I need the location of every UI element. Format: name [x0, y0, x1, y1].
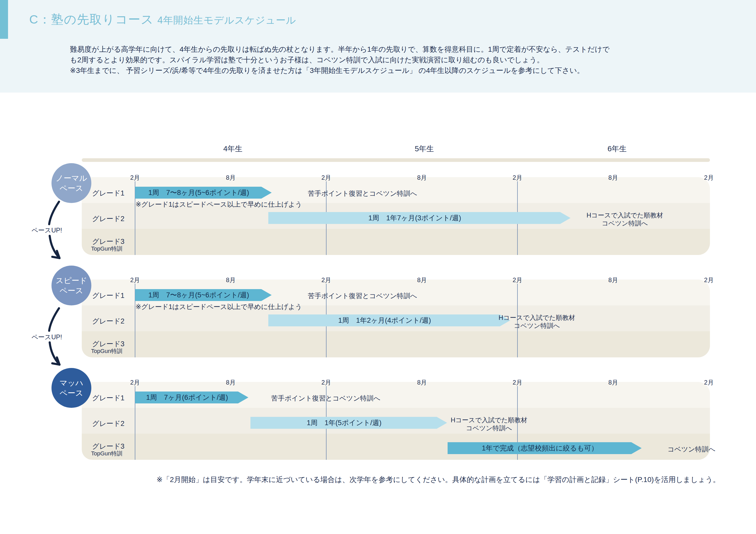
grade2-after-text: Hコースで入試でた順教材 コベツン特訓へ: [490, 314, 583, 330]
pace-badge-line2: ペース: [60, 286, 83, 295]
gantt-bar-grade2: 1周 1年2ヶ月(4ポイント/週): [268, 315, 510, 326]
pace-badge-line2: ペース: [60, 183, 83, 193]
month-label: 2月: [701, 378, 717, 387]
gantt-bar-label: 1周 7〜8ヶ月(5~6ポイント/週): [148, 291, 258, 300]
footer-note: ※「2月開始」は目安です。学年末に近づいている場合は、次学年を参考にしてください…: [156, 475, 720, 485]
grade1-note: ※グレード1はスピードペース以上で早めに仕上げよう: [136, 200, 302, 209]
gantt-bar-label: 1周 1年2ヶ月(4ポイント/週): [338, 316, 440, 325]
pace-up-label: ペースUP!: [32, 226, 62, 235]
month-label: 2月: [127, 276, 143, 284]
grade1-after-text: 苦手ポイント復習とコベツン特訓へ: [308, 292, 417, 300]
grade1-after-text: 苦手ポイント復習とコベツン特訓へ: [271, 394, 380, 403]
grade2-after-line2: コベツン特訓へ: [490, 322, 583, 330]
month-label: 8月: [223, 276, 238, 284]
pace-badge-line1: ノーマル: [56, 173, 87, 183]
gantt-bar-grade1: 1周 7ヶ月(6ポイント/週): [135, 392, 248, 403]
page-title: C：塾の先取りコース4年開始生モデルスケジュール: [29, 12, 296, 28]
month-label: 8月: [606, 173, 621, 182]
month-label: 8月: [223, 173, 238, 182]
description-line: ※3年生までに、 予習シリーズ/浜/希等で4年生の先取りを済ませた方は「3年開始…: [70, 65, 609, 76]
page: C：塾の先取りコース4年開始生モデルスケジュール 難易度が上がる高学年に向けて、…: [0, 0, 756, 534]
row-label-grade2: グレード2: [92, 214, 124, 223]
year-label-grade4: 4年生: [212, 144, 254, 154]
year-label-grade5: 5年生: [404, 144, 445, 154]
gantt-bar-label: 1周 7ヶ月(6ポイント/週): [146, 393, 237, 402]
row-label-grade2: グレード2: [92, 419, 124, 428]
gantt-bar-grade1: 1周 7〜8ヶ月(5~6ポイント/週): [135, 289, 272, 301]
pace-badge-line1: スピード: [56, 275, 87, 286]
month-label: 8月: [414, 276, 430, 284]
row-stripe-grade3: [82, 331, 710, 357]
header-accent-bar: [0, 0, 8, 39]
row-label-grade1: グレード1: [92, 393, 124, 403]
grade2-after-line1: Hコースで入試でた順教材: [490, 314, 583, 322]
pace-group-mach: 2月 8月 2月 8月 2月 8月 2月 グレード1 グレード2 グレード3 T…: [0, 382, 756, 468]
month-label: 2月: [510, 173, 525, 182]
month-label: 2月: [510, 378, 525, 387]
row-sublabel-topgun: TopGun特訓: [91, 347, 122, 355]
month-label: 2月: [701, 173, 717, 182]
grade2-after-line2: コベツン特訓へ: [443, 424, 536, 432]
row-label-grade1: グレード1: [92, 189, 124, 198]
year-span-band: [82, 158, 710, 162]
grade1-after-text: 苦手ポイント復習とコベツン特訓へ: [308, 189, 417, 198]
description-line: も2周するとより効果的です。スパイラル学習は塾で十分というお子様は、コベツン特訓…: [70, 55, 609, 65]
month-label: 2月: [318, 276, 334, 284]
row-stripe-grade3: [82, 229, 710, 255]
row-sublabel-topgun: TopGun特訓: [91, 245, 122, 253]
gantt-bar-label: 1年で完成（志望校頻出に絞るも可）: [482, 444, 608, 453]
month-label: 2月: [510, 276, 525, 284]
pace-badge-speed: スピード ペース: [51, 266, 91, 305]
row-label-grade1: グレード1: [92, 291, 124, 300]
month-label: 8月: [606, 378, 621, 387]
gantt-bar-label: 1周 7〜8ヶ月(5~6ポイント/週): [148, 188, 258, 197]
month-label: 2月: [318, 173, 334, 182]
page-title-sub: 4年開始生モデルスケジュール: [157, 15, 296, 26]
grade3-after-text: コベツン特訓へ: [667, 445, 716, 454]
gantt-bar-label: 1周 1年(5ポイント/週): [307, 418, 391, 427]
grade1-note: ※グレード1はスピードペース以上で早めに仕上げよう: [136, 302, 302, 311]
description-paragraph: 難易度が上がる高学年に向けて、4年生からの先取りは転ばぬ先の杖となります。半年か…: [70, 44, 609, 76]
pace-badge-line2: ペース: [60, 388, 83, 398]
pace-group-normal: 2月 8月 2月 8月 2月 8月 2月 グレード1 グレード2 グレード3 T…: [0, 177, 756, 263]
grade2-after-line1: Hコースで入試でた順教材: [443, 416, 536, 424]
page-title-main: C：塾の先取りコース: [29, 13, 154, 26]
pace-badge-normal: ノーマル ペース: [51, 163, 91, 203]
gantt-bar-grade2: 1周 1年(5ポイント/週): [251, 417, 447, 429]
month-label: 2月: [127, 173, 143, 182]
pace-group-speed: 2月 8月 2月 8月 2月 8月 2月 グレード1 グレード2 グレード3 T…: [0, 280, 756, 366]
month-label: 8月: [414, 378, 430, 387]
pace-up-label: ペースUP!: [32, 333, 62, 341]
month-label: 8月: [606, 276, 621, 284]
grade2-after-text: Hコースで入試でた順教材 コベツン特訓へ: [578, 211, 671, 227]
month-label: 8月: [414, 173, 430, 182]
grade2-after-line2: コベツン特訓へ: [578, 219, 671, 227]
row-label-grade2: グレード2: [92, 317, 124, 326]
month-label: 2月: [701, 276, 717, 284]
month-label: 8月: [223, 378, 238, 387]
grade2-after-text: Hコースで入試でた順教材 コベツン特訓へ: [443, 416, 536, 432]
row-sublabel-topgun: TopGun特訓: [91, 450, 122, 457]
month-label: 2月: [127, 378, 143, 387]
pace-badge-line1: マッハ: [60, 378, 83, 388]
month-label: 2月: [318, 378, 334, 387]
gantt-bar-grade2: 1周 1年7ヶ月(3ポイント/週): [268, 212, 571, 224]
gantt-bar-grade1: 1周 7〜8ヶ月(5~6ポイント/週): [135, 187, 272, 199]
gantt-bar-grade3: 1年で完成（志望校頻出に絞るも可）: [447, 442, 642, 454]
description-line: 難易度が上がる高学年に向けて、4年生からの先取りは転ばぬ先の杖となります。半年か…: [70, 44, 609, 55]
grade2-after-line1: Hコースで入試でた順教材: [578, 211, 671, 219]
year-label-grade6: 6年生: [596, 144, 638, 154]
gantt-bar-label: 1周 1年7ヶ月(3ポイント/週): [368, 213, 471, 223]
pace-badge-mach: マッハ ペース: [51, 368, 91, 408]
